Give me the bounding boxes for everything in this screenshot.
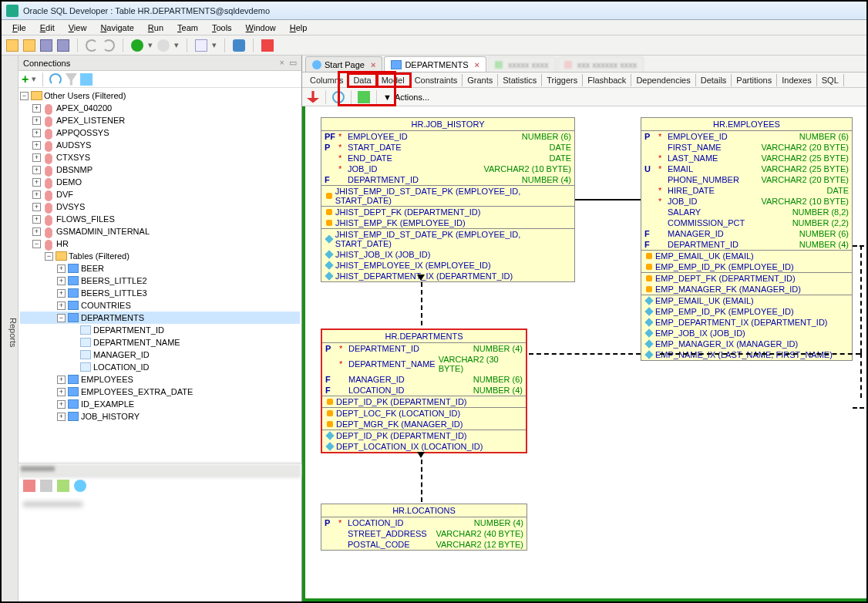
actions-link[interactable]: Actions...	[395, 93, 429, 102]
tree-node[interactable]: +DVF	[20, 188, 300, 200]
entity-HR-DEPARTMENTS[interactable]: HR.DEPARTMENTSP*DEPARTMENT_IDNUMBER (4)*…	[321, 328, 527, 453]
tree-node[interactable]: +DEMO	[20, 176, 300, 188]
undo-icon[interactable]	[86, 39, 98, 52]
find-icon[interactable]	[233, 39, 245, 52]
expand-toggle[interactable]: +	[32, 215, 41, 224]
subtab-constraints[interactable]: Constraints	[410, 74, 463, 86]
expand-toggle[interactable]: +	[32, 227, 41, 236]
menu-help[interactable]: Help	[284, 22, 314, 34]
subtab-flashback[interactable]: Flashback	[583, 74, 631, 86]
redo-icon[interactable]	[103, 39, 115, 52]
subtab-partitions[interactable]: Partitions	[732, 74, 777, 86]
tree-node[interactable]: DEPARTMENT_NAME	[20, 336, 300, 349]
expand-toggle[interactable]: +	[32, 129, 41, 137]
subtab-details[interactable]: Details	[696, 74, 732, 86]
subtab-grants[interactable]: Grants	[463, 74, 498, 86]
refresh-icon[interactable]	[49, 73, 62, 86]
entity-HR-EMPLOYEES[interactable]: HR.EMPLOYEESP*EMPLOYEE_IDNUMBER (6)FIRST…	[641, 117, 853, 361]
entity-HR-JOB_HISTORY[interactable]: HR.JOB_HISTORYPF*EMPLOYEE_IDNUMBER (6)P*…	[321, 117, 575, 282]
expand-toggle[interactable]: +	[32, 153, 41, 162]
save-icon[interactable]	[40, 39, 52, 52]
tree-node[interactable]: −HR	[20, 237, 300, 250]
bp-icon4[interactable]	[74, 480, 86, 492]
expand-toggle[interactable]: +	[57, 277, 66, 285]
model-diagram-canvas[interactable]: HR.JOB_HISTORYPF*EMPLOYEE_IDNUMBER (6)P*…	[302, 106, 866, 601]
tree-node[interactable]: +JOB_HISTORY	[20, 410, 300, 423]
expand-toggle[interactable]: −	[20, 92, 29, 100]
menu-edit[interactable]: Edit	[34, 22, 61, 34]
forward-icon[interactable]	[157, 39, 170, 52]
open-icon[interactable]	[23, 39, 35, 52]
new-icon[interactable]	[6, 39, 19, 52]
tree-node[interactable]: +BEER	[20, 262, 300, 275]
expand-toggle[interactable]: +	[57, 289, 66, 298]
menu-tools[interactable]: Tools	[206, 22, 238, 34]
entity-HR-LOCATIONS[interactable]: HR.LOCATIONSP*LOCATION_IDNUMBER (4)STREE…	[321, 504, 527, 551]
subtab-triggers[interactable]: Triggers	[542, 74, 583, 86]
expand-toggle[interactable]: +	[57, 264, 66, 273]
menu-navigate[interactable]: Navigate	[94, 22, 140, 34]
tree-node[interactable]: +EMPLOYEES	[20, 373, 300, 386]
subtab-dependencies[interactable]: Dependencies	[631, 74, 695, 86]
expand-toggle[interactable]: +	[57, 413, 66, 421]
tab-departments[interactable]: DEPARTMENTS×	[384, 56, 486, 72]
subtab-sql[interactable]: SQL	[817, 74, 844, 86]
new-connection-icon[interactable]: +	[22, 72, 29, 86]
sql-icon[interactable]	[195, 39, 207, 52]
bp-icon3[interactable]	[57, 480, 69, 492]
tree-node[interactable]: +AUDSYS	[20, 139, 300, 151]
tree-node[interactable]: LOCATION_ID	[20, 361, 300, 373]
tree-icon[interactable]	[80, 73, 93, 86]
tree-node[interactable]: +COUNTRIES	[20, 299, 300, 312]
expand-toggle[interactable]: −	[45, 252, 53, 261]
expand-toggle[interactable]: −	[57, 314, 66, 322]
subtab-statistics[interactable]: Statistics	[498, 74, 542, 86]
tree-node[interactable]: −DEPARTMENTS	[20, 312, 300, 324]
tree-node[interactable]: +BEERS_LITTLE3	[20, 287, 300, 299]
tree-node[interactable]: +APPQOSSYS	[20, 126, 300, 139]
pin-icon[interactable]	[307, 91, 319, 103]
tab-start-page[interactable]: Start Page×	[305, 56, 382, 72]
tree-node[interactable]: MANAGER_ID	[20, 349, 300, 361]
expand-toggle[interactable]: +	[57, 302, 66, 310]
tree-node[interactable]: +APEX_LISTENER	[20, 114, 300, 126]
back-icon[interactable]	[131, 39, 143, 52]
tree-node[interactable]: +APEX_040200	[20, 102, 300, 114]
tree-node[interactable]: −Tables (Filtered)	[20, 250, 300, 262]
menu-team[interactable]: Team	[171, 22, 204, 34]
menu-window[interactable]: Window	[240, 22, 282, 34]
close-icon[interactable]: ×	[371, 60, 375, 69]
bp-icon1[interactable]	[23, 480, 35, 492]
reports-side-tab[interactable]: Reports	[2, 56, 19, 601]
expand-toggle[interactable]: +	[57, 400, 66, 409]
expand-toggle[interactable]: +	[57, 376, 66, 384]
menu-run[interactable]: Run	[142, 22, 170, 34]
filter-icon[interactable]	[65, 73, 77, 86]
tree-node[interactable]: +GSMADMIN_INTERNAL	[20, 225, 300, 237]
tab-ghost-2[interactable]: xxx xxxxxx xxxx	[557, 56, 644, 72]
expand-toggle[interactable]: +	[32, 190, 41, 199]
menu-file[interactable]: File	[6, 22, 32, 34]
saveall-icon[interactable]	[57, 39, 69, 52]
expand-toggle[interactable]: −	[32, 240, 41, 248]
expand-toggle[interactable]: +	[57, 388, 66, 396]
tree-node[interactable]: +FLOWS_FILES	[20, 213, 300, 225]
expand-toggle[interactable]: +	[32, 116, 41, 125]
tree-node[interactable]: +EMPLOYEES_EXTRA_DATE	[20, 386, 300, 398]
tree-node[interactable]: DEPARTMENT_ID	[20, 324, 300, 336]
expand-toggle[interactable]: +	[32, 166, 41, 174]
tree-node[interactable]: +DBSNMP	[20, 163, 300, 176]
subtab-indexes[interactable]: Indexes	[777, 74, 817, 86]
close-icon[interactable]: ×	[475, 60, 479, 69]
expand-toggle[interactable]: +	[32, 141, 41, 150]
tree-node[interactable]: +ID_EXAMPLE	[20, 398, 300, 410]
expand-toggle[interactable]: +	[32, 104, 41, 113]
tree-node[interactable]: +DVSYS	[20, 200, 300, 213]
tree-node[interactable]: −Other Users (Filtered)	[20, 89, 300, 102]
bp-icon2[interactable]	[40, 480, 52, 492]
expand-toggle[interactable]: +	[32, 203, 41, 211]
expand-toggle[interactable]: +	[32, 178, 41, 187]
tree-node[interactable]: +BEERS_LITTLE2	[20, 275, 300, 287]
stop-icon[interactable]	[261, 39, 274, 52]
menu-view[interactable]: View	[62, 22, 93, 34]
